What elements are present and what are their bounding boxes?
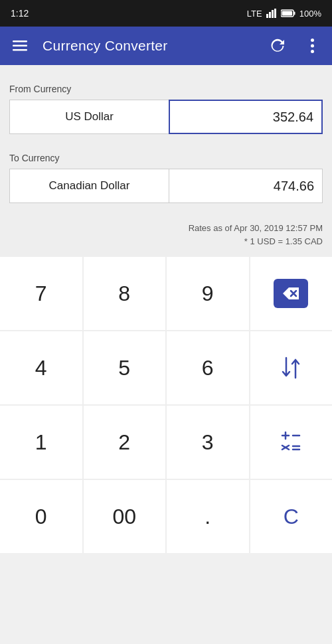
- menu-button[interactable]: [8, 34, 32, 58]
- key-7[interactable]: 7: [0, 257, 82, 330]
- rates-info: Rates as of Apr 30, 2019 12:57 PM * 1 US…: [9, 222, 323, 257]
- battery-icon: [281, 9, 295, 17]
- svg-point-10: [311, 39, 314, 42]
- backspace-icon: [282, 287, 300, 300]
- app-title: Currency Converter: [42, 38, 255, 54]
- swap-icon: [281, 356, 301, 380]
- key-6[interactable]: 6: [167, 331, 249, 404]
- more-button[interactable]: [300, 34, 324, 58]
- to-currency-name[interactable]: Canadian Dollar: [9, 169, 169, 203]
- from-currency-section: From Currency US Dollar 352.64: [9, 84, 323, 134]
- svg-rect-1: [269, 12, 271, 18]
- status-right: LTE 100%: [247, 9, 321, 19]
- svg-rect-9: [13, 49, 27, 51]
- key-4[interactable]: 4: [0, 331, 82, 404]
- signal-icon: [266, 9, 277, 18]
- rates-line2: * 1 USD = 1.35 CAD: [9, 235, 323, 248]
- key-5[interactable]: 5: [84, 331, 166, 404]
- refresh-icon: [270, 39, 285, 53]
- svg-rect-2: [272, 10, 274, 18]
- network-label: LTE: [247, 9, 262, 19]
- battery-label: 100%: [299, 9, 321, 19]
- app-bar: Currency Converter: [0, 27, 332, 65]
- key-1[interactable]: 1: [0, 406, 82, 479]
- status-time: 1:12: [11, 8, 29, 19]
- status-bar: 1:12 LTE 100%: [0, 0, 332, 27]
- svg-rect-6: [282, 11, 292, 16]
- from-currency-row: US Dollar 352.64: [9, 100, 323, 134]
- from-currency-label: From Currency: [9, 84, 323, 94]
- to-currency-row: Canadian Dollar 474.66: [9, 169, 323, 203]
- ops-button[interactable]: [250, 406, 333, 479]
- svg-rect-7: [13, 40, 27, 42]
- hamburger-icon: [13, 40, 27, 51]
- key-0[interactable]: 0: [0, 480, 82, 553]
- refresh-button[interactable]: [266, 34, 290, 58]
- key-8[interactable]: 8: [84, 257, 166, 330]
- content: From Currency US Dollar 352.64 To Curren…: [0, 65, 332, 257]
- svg-rect-3: [274, 9, 276, 18]
- backspace-button[interactable]: [250, 257, 333, 330]
- key-9[interactable]: 9: [167, 257, 249, 330]
- key-00[interactable]: 00: [84, 480, 166, 553]
- keypad: 7 8 9 4 5 6 1 2 3: [0, 257, 332, 553]
- clear-button[interactable]: C: [250, 480, 333, 553]
- svg-point-12: [311, 50, 314, 53]
- to-currency-label: To Currency: [9, 153, 323, 163]
- to-currency-section: To Currency Canadian Dollar 474.66: [9, 153, 323, 203]
- svg-rect-0: [266, 14, 268, 18]
- more-icon: [311, 39, 314, 53]
- ops-icon: [280, 432, 302, 453]
- from-currency-name[interactable]: US Dollar: [9, 100, 169, 134]
- svg-point-11: [311, 44, 314, 48]
- key-2[interactable]: 2: [84, 406, 166, 479]
- backspace-icon-bg: [274, 279, 308, 308]
- from-currency-value[interactable]: 352.64: [169, 100, 323, 134]
- swap-button[interactable]: [250, 331, 333, 404]
- rates-line1: Rates as of Apr 30, 2019 12:57 PM: [9, 222, 323, 235]
- svg-rect-8: [13, 45, 27, 47]
- to-currency-value: 474.66: [169, 169, 323, 203]
- key-3[interactable]: 3: [167, 406, 249, 479]
- key-dot[interactable]: .: [167, 480, 249, 553]
- svg-rect-5: [293, 12, 295, 15]
